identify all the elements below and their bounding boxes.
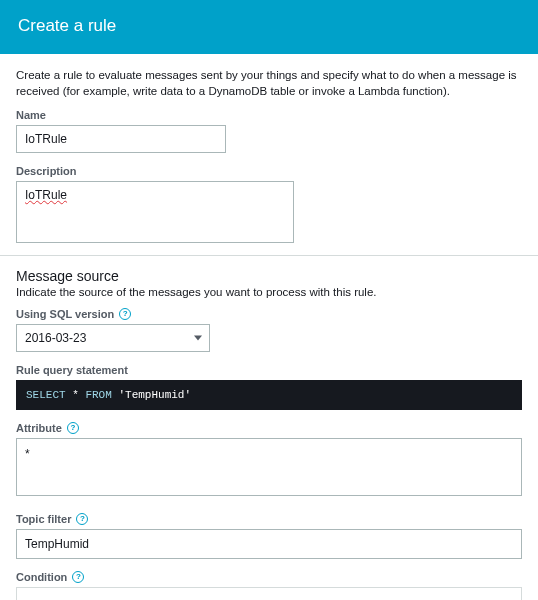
code-topic: 'TempHumid' xyxy=(112,389,191,401)
description-input[interactable]: IoTRule xyxy=(16,181,294,243)
rule-query-label: Rule query statement xyxy=(16,364,522,376)
topic-filter-label: Topic filter xyxy=(16,513,522,525)
condition-group: Condition xyxy=(16,571,522,600)
condition-input[interactable] xyxy=(16,587,522,600)
info-icon[interactable] xyxy=(119,308,131,320)
attribute-label-text: Attribute xyxy=(16,422,62,434)
name-field-group: Name xyxy=(16,109,522,153)
rule-query-code: SELECT * FROM 'TempHumid' xyxy=(16,380,522,410)
info-icon[interactable] xyxy=(67,422,79,434)
sql-version-group: Using SQL version 2016-03-23 xyxy=(16,308,522,352)
page-title: Create a rule xyxy=(18,16,116,36)
topic-filter-group: Topic filter xyxy=(16,513,522,559)
description-value: IoTRule xyxy=(25,188,67,202)
info-icon[interactable] xyxy=(76,513,88,525)
info-icon[interactable] xyxy=(72,571,84,583)
message-source-subtitle: Indicate the source of the messages you … xyxy=(16,286,522,298)
attribute-label: Attribute xyxy=(16,422,522,434)
condition-label-text: Condition xyxy=(16,571,67,583)
description-label: Description xyxy=(16,165,522,177)
condition-label: Condition xyxy=(16,571,522,583)
sql-version-value: 2016-03-23 xyxy=(25,331,86,345)
sql-version-select-wrap: 2016-03-23 xyxy=(16,324,210,352)
name-label: Name xyxy=(16,109,522,121)
rule-query-group: Rule query statement SELECT * FROM 'Temp… xyxy=(16,364,522,410)
code-from: FROM xyxy=(85,389,111,401)
description-field-group: Description IoTRule xyxy=(16,165,522,243)
form-body: Create a rule to evaluate messages sent … xyxy=(0,54,538,600)
topic-filter-input[interactable] xyxy=(16,529,522,559)
topic-filter-label-text: Topic filter xyxy=(16,513,71,525)
code-star: * xyxy=(66,389,86,401)
intro-text: Create a rule to evaluate messages sent … xyxy=(16,68,522,99)
code-select: SELECT xyxy=(26,389,66,401)
attribute-input[interactable] xyxy=(16,438,522,496)
name-input[interactable] xyxy=(16,125,226,153)
sql-version-label-text: Using SQL version xyxy=(16,308,114,320)
sql-version-select[interactable]: 2016-03-23 xyxy=(16,324,210,352)
attribute-group: Attribute xyxy=(16,422,522,499)
section-divider xyxy=(0,255,538,256)
message-source-title: Message source xyxy=(16,268,522,284)
page-header: Create a rule xyxy=(0,0,538,54)
sql-version-label: Using SQL version xyxy=(16,308,522,320)
